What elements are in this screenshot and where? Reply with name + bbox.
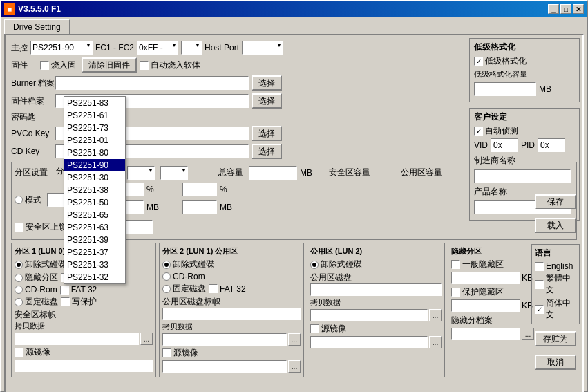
partition-count-select[interactable]: [127, 166, 155, 180]
fc2-select[interactable]: [181, 41, 202, 55]
p2-disk-input[interactable]: [162, 308, 301, 320]
high-format-checkbox[interactable]: ✓: [474, 57, 483, 66]
select-btn-4[interactable]: 选择: [252, 144, 282, 159]
p1-fixed-radio[interactable]: [15, 298, 23, 306]
trad-chinese-checkbox[interactable]: [535, 280, 544, 289]
partition-mode-select[interactable]: [160, 166, 188, 180]
p2-cdrom-radio[interactable]: [162, 272, 171, 281]
high-format-enable[interactable]: ✓ 低级格式化: [474, 55, 575, 67]
cancel-button[interactable]: 取消: [535, 355, 576, 370]
p2-fat32-checkbox[interactable]: [209, 284, 218, 293]
auto-detect[interactable]: ✓ 自动侦测: [474, 125, 575, 137]
p1-write[interactable]: 写保护: [61, 296, 97, 308]
close-button[interactable]: ✕: [573, 4, 584, 14]
pa-source-btn[interactable]: ...: [429, 336, 442, 348]
host-port-select[interactable]: [242, 41, 283, 55]
dropdown-item-9[interactable]: PS2251-65: [64, 209, 125, 221]
p1-hidden-radio[interactable]: [15, 274, 23, 282]
english-check[interactable]: English: [535, 261, 576, 271]
dropdown-item-3[interactable]: PS2251-01: [64, 134, 125, 147]
auto-burn-label[interactable]: 自动烧入软体: [140, 59, 200, 71]
dropdown-item-13[interactable]: PS2251-33: [64, 259, 125, 271]
p1-write-checkbox[interactable]: [61, 297, 70, 306]
load-button[interactable]: 载入: [535, 218, 576, 233]
pa-source-input[interactable]: [310, 336, 428, 348]
p1-fat32-checkbox[interactable]: [60, 286, 69, 295]
safe-lock-checkbox[interactable]: [15, 223, 23, 232]
fc1-select[interactable]: [137, 41, 178, 55]
safe-lock-check[interactable]: 安全区上锁: [15, 221, 67, 233]
dropdown-item-2[interactable]: PS2251-73: [64, 122, 125, 134]
p2-source-checkbox[interactable]: [162, 348, 171, 357]
dropdown-item-0[interactable]: PS2251-83: [64, 97, 125, 109]
manufacturer-input[interactable]: [474, 169, 571, 183]
select-btn-1[interactable]: 选择: [252, 75, 282, 91]
p1-fixed[interactable]: 固定磁盘: [15, 296, 58, 308]
p2-fixed-radio[interactable]: [162, 285, 171, 293]
dropdown-item-14[interactable]: PS2251-32: [64, 271, 125, 283]
p2-removable[interactable]: 卸除式碰碟: [162, 259, 301, 270]
trad-chinese-check[interactable]: 繁體中文: [535, 272, 576, 296]
burn-checkbox[interactable]: [40, 61, 49, 70]
p1-cdrom[interactable]: CD-Rom: [15, 285, 57, 295]
simp-chinese-check[interactable]: ✓ 简体中文: [535, 297, 576, 321]
total-capacity-input[interactable]: [249, 166, 297, 180]
hp-protect-input[interactable]: [451, 299, 520, 312]
auto-detect-checkbox[interactable]: ✓: [474, 127, 483, 136]
pa-source-check[interactable]: 源镜像: [310, 323, 346, 335]
select-btn-2[interactable]: 选择: [252, 93, 282, 109]
english-checkbox[interactable]: [535, 262, 544, 271]
p1-source-check[interactable]: 源镜像: [15, 346, 50, 358]
dropdown-item-10[interactable]: PS2251-63: [64, 221, 125, 234]
p2-fixed[interactable]: 固定磁盘: [162, 283, 206, 295]
pa-source-checkbox[interactable]: [310, 324, 319, 333]
dropdown-item-8[interactable]: PS2251-50: [64, 196, 125, 209]
pid-input[interactable]: [538, 138, 565, 152]
save-as-button[interactable]: 存贮为: [535, 331, 576, 346]
auto-burn-checkbox[interactable]: [140, 61, 149, 70]
dropdown-item-12[interactable]: PS2251-37: [64, 246, 125, 259]
p1-copy-btn[interactable]: ...: [140, 333, 153, 345]
hp-protect-checkbox[interactable]: [451, 288, 460, 297]
mode-radio[interactable]: 模式: [15, 194, 41, 206]
p1-cdrom-radio[interactable]: [15, 286, 23, 294]
save-button[interactable]: 保存: [535, 194, 576, 209]
p2-source-input[interactable]: [162, 360, 287, 373]
minimize-button[interactable]: _: [548, 4, 559, 14]
p1-source-input[interactable]: [15, 360, 153, 372]
dropdown-item-11[interactable]: PS2251-39: [64, 234, 125, 246]
p2-source-check[interactable]: 源镜像: [162, 347, 198, 359]
high-format-input[interactable]: [474, 82, 536, 96]
burner-input[interactable]: [55, 76, 249, 90]
master-dropdown[interactable]: PS2251-83 PS2251-61 PS2251-73 PS2251-01 …: [64, 96, 126, 284]
maximize-button[interactable]: □: [560, 4, 571, 14]
p2-cdrom[interactable]: CD-Rom: [162, 272, 301, 281]
pa-disk-input[interactable]: [310, 283, 442, 296]
burn-checkbox-label[interactable]: 烧入固: [40, 59, 76, 71]
p1-fat32[interactable]: FAT 32: [60, 285, 97, 295]
p2-removable-radio[interactable]: [162, 261, 171, 269]
dropdown-item-7[interactable]: PS2251-38: [64, 184, 125, 196]
p2-fat32[interactable]: FAT 32: [209, 283, 246, 295]
p2-copy-btn[interactable]: ...: [288, 333, 301, 346]
p1-hidden[interactable]: 隐藏分区: [15, 272, 58, 283]
master-select[interactable]: [30, 41, 93, 55]
p2-source-btn[interactable]: ...: [288, 360, 301, 373]
dropdown-item-5[interactable]: PS2251-90: [64, 159, 125, 171]
hp-archive-input[interactable]: [451, 328, 520, 340]
pa-removable[interactable]: 卸除式碰碟: [310, 259, 442, 270]
hp-general-checkbox[interactable]: [451, 260, 460, 269]
simp-chinese-checkbox[interactable]: ✓: [535, 305, 544, 314]
pa-copy-input[interactable]: [310, 309, 428, 321]
dropdown-item-6[interactable]: PS2251-30: [64, 171, 125, 184]
p1-copy-input[interactable]: [15, 333, 139, 345]
vid-input[interactable]: [491, 138, 518, 152]
p1-source-checkbox[interactable]: [15, 348, 23, 357]
drive-setting-tab[interactable]: Drive Setting: [4, 19, 70, 34]
p2-copy-input[interactable]: [162, 333, 287, 346]
pa-copy-btn[interactable]: ...: [429, 309, 442, 321]
p1-removable-radio[interactable]: [15, 261, 23, 269]
dropdown-item-4[interactable]: PS2251-80: [64, 147, 125, 159]
hp-general-input[interactable]: [451, 272, 520, 284]
public-percent-input[interactable]: [182, 183, 217, 196]
